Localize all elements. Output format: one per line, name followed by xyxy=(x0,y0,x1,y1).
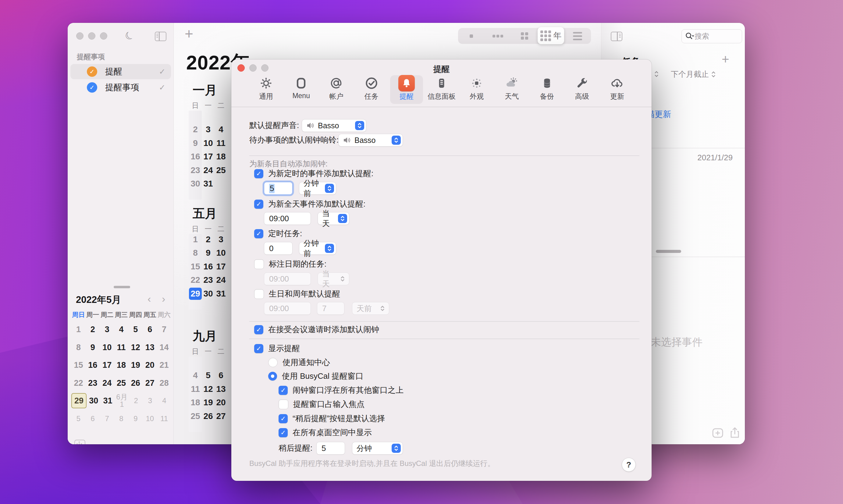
month-day[interactable]: 6 xyxy=(215,369,227,382)
birthday-checkbox-row[interactable]: 生日和周年默认提醒 xyxy=(254,289,340,299)
snooze-default-checkbox-row[interactable]: ✓ “稍后提醒”按钮是默认选择 xyxy=(279,413,385,424)
preferences-tab-任务[interactable]: 任务 xyxy=(355,75,388,104)
month-day[interactable]: 10 xyxy=(215,246,227,259)
todo-alarm-sound-popup[interactable]: Basso xyxy=(338,134,403,147)
checkbox-checked-icon[interactable]: ✓ xyxy=(254,344,263,353)
add-attachment-button[interactable] xyxy=(712,428,723,439)
month-day[interactable]: 8 xyxy=(189,246,202,259)
month-day[interactable]: 18 xyxy=(215,150,227,163)
focus-window-checkbox-row[interactable]: 提醒窗口占输入焦点 xyxy=(279,399,364,410)
checkbox-checked-icon[interactable]: ✓ xyxy=(279,414,288,423)
month-day[interactable]: 3 xyxy=(215,233,227,246)
notification-center-radio-row[interactable]: 使用通知中心 xyxy=(268,357,330,368)
view-segment-year-view[interactable]: 年 xyxy=(538,27,564,44)
checkbox-unchecked-icon[interactable] xyxy=(254,259,264,269)
mini-calendar-day[interactable]: 4 xyxy=(114,321,129,338)
month-day[interactable]: 16 xyxy=(202,260,215,273)
mini-calendar-day[interactable]: 29 xyxy=(71,392,87,410)
mini-calendar-day[interactable]: 15 xyxy=(71,356,86,374)
mini-calendar-day[interactable]: 13 xyxy=(143,339,157,356)
radio-unselected-icon[interactable] xyxy=(268,358,277,367)
toggle-tasks-panel-button[interactable] xyxy=(611,32,622,41)
preferences-tab-高级[interactable]: 高级 xyxy=(566,75,598,104)
all-spaces-checkbox-row[interactable]: ✓ 在所有桌面空间中显示 xyxy=(279,427,372,438)
mini-calendar-day[interactable]: 14 xyxy=(157,339,171,356)
timed-event-checkbox-row[interactable]: ✓ 为新定时的事件添加默认提醒: xyxy=(254,168,373,179)
search-field[interactable] xyxy=(681,29,742,43)
snooze-unit-popup[interactable]: 分钟 xyxy=(352,442,403,455)
month-day[interactable]: 11 xyxy=(215,137,227,150)
toggle-sidebar-button[interactable] xyxy=(155,32,166,41)
mini-calendar-day[interactable]: 3 xyxy=(100,321,114,338)
dated-task-checkbox-row[interactable]: 标注日期的任务: xyxy=(254,259,326,269)
default-alert-sound-popup[interactable]: Basso xyxy=(302,119,366,132)
month-day[interactable]: 5 xyxy=(202,369,215,382)
month-day[interactable]: 30 xyxy=(189,177,202,191)
month-day[interactable]: 11 xyxy=(189,382,202,396)
timed-task-checkbox-row[interactable]: ✓ 定时任务: xyxy=(254,228,302,239)
month-day[interactable]: 18 xyxy=(189,396,202,409)
sort-dropdown[interactable]: 下个月截止 xyxy=(671,69,716,79)
checkbox-checked-icon[interactable]: ✓ xyxy=(279,428,288,437)
timed-event-minutes-field[interactable]: 5 xyxy=(264,182,292,195)
mini-calendar-day[interactable]: 5 xyxy=(128,321,143,338)
checkbox-unchecked-icon[interactable] xyxy=(254,289,264,299)
month-day[interactable]: 13 xyxy=(215,382,227,396)
mini-calendar-day[interactable]: 8 xyxy=(114,410,129,428)
radio-selected-icon[interactable] xyxy=(268,372,277,381)
meeting-invite-checkbox-row[interactable]: ✓ 在接受会议邀请时添加默认闹钟 xyxy=(254,324,379,335)
mini-calendar-day[interactable]: 26 xyxy=(128,374,143,392)
mini-calendar-day[interactable]: 25 xyxy=(114,374,129,392)
month-day[interactable]: 24 xyxy=(215,273,227,287)
mini-calendar-day[interactable]: 11 xyxy=(114,339,129,356)
mini-calendar-day[interactable]: 28 xyxy=(157,374,171,392)
month-day[interactable]: 16 xyxy=(189,150,202,163)
mini-calendar-day[interactable]: 30 xyxy=(87,392,101,410)
sidebar-resize-handle[interactable] xyxy=(114,286,130,288)
sidebar-item-1[interactable]: ✓提醒✓ xyxy=(70,64,171,79)
help-button[interactable]: ? xyxy=(622,458,636,472)
calendar-grid-icon[interactable] xyxy=(74,440,85,444)
view-segment-day-view[interactable] xyxy=(458,28,485,44)
month-day[interactable]: 25 xyxy=(189,410,202,423)
mini-calendar-day[interactable]: 2 xyxy=(86,321,100,338)
month-day[interactable]: 29 xyxy=(189,287,202,301)
mini-calendar-day[interactable]: 6月 1 xyxy=(115,392,129,410)
preferences-tab-通用[interactable]: 通用 xyxy=(250,75,283,104)
checkbox-checked-icon[interactable]: ✓ xyxy=(254,169,263,178)
mini-calendar-day[interactable]: 10 xyxy=(100,339,114,356)
month-day[interactable]: 10 xyxy=(202,137,215,150)
preferences-tab-Menu[interactable]: Menu xyxy=(285,75,318,104)
mini-calendar-day[interactable]: 7 xyxy=(157,321,171,338)
month-day[interactable]: 31 xyxy=(215,287,227,301)
month-day[interactable]: 26 xyxy=(202,410,215,423)
month-day[interactable]: 25 xyxy=(215,164,227,177)
month-day[interactable]: 12 xyxy=(202,382,215,396)
checkbox-unchecked-icon[interactable] xyxy=(279,399,288,409)
preferences-tab-信息面板[interactable]: 信息面板 xyxy=(425,75,458,104)
allday-event-unit-popup[interactable]: 当天 xyxy=(318,212,349,225)
busycal-window-radio-row[interactable]: 使用 BusyCal 提醒窗口 xyxy=(268,371,363,381)
view-segment-month-view[interactable] xyxy=(511,28,538,44)
close-button[interactable] xyxy=(76,32,84,40)
mini-calendar-day[interactable]: 6 xyxy=(143,321,157,338)
preferences-tab-天气[interactable]: 天气 xyxy=(495,75,528,104)
month-day[interactable]: 17 xyxy=(202,150,215,163)
mini-calendar-day[interactable]: 24 xyxy=(100,374,114,392)
search-input[interactable] xyxy=(694,32,729,41)
mini-calendar-day[interactable]: 18 xyxy=(114,356,129,374)
checkbox-checked-icon[interactable]: ✓ xyxy=(254,229,263,238)
add-event-button[interactable]: + xyxy=(185,25,193,42)
month-day[interactable]: 4 xyxy=(215,123,227,136)
allday-event-time-field[interactable]: 09:00 xyxy=(264,212,311,225)
mini-calendar-day[interactable]: 21 xyxy=(157,356,171,374)
month-day[interactable]: 2 xyxy=(202,233,215,246)
mini-calendar-day[interactable]: 31 xyxy=(101,392,114,410)
share-button[interactable] xyxy=(730,427,740,440)
preferences-tab-外观[interactable]: 外观 xyxy=(460,75,493,104)
timed-event-unit-popup[interactable]: 分钟前 xyxy=(299,182,336,195)
month-day[interactable]: 23 xyxy=(202,273,215,287)
sort-secondary-partial[interactable] xyxy=(654,70,659,79)
mini-calendar-day[interactable]: 9 xyxy=(128,410,143,428)
checkbox-checked-icon[interactable]: ✓ xyxy=(279,386,288,395)
